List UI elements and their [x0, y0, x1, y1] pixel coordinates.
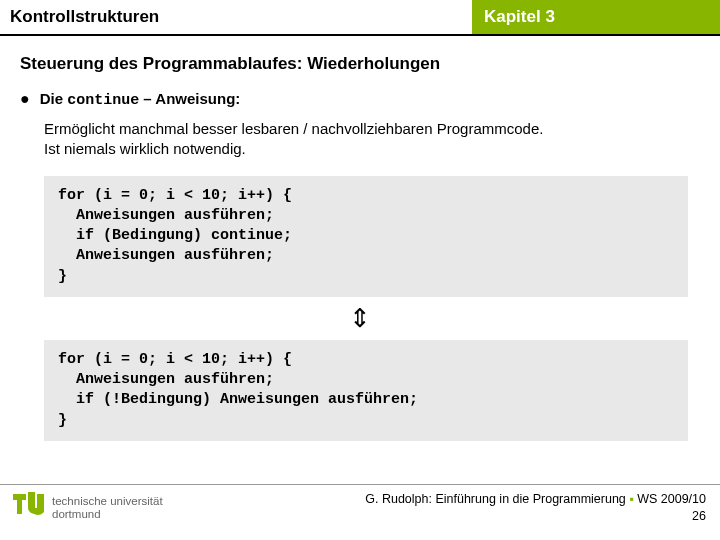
- logo-line-1: technische universität: [52, 495, 163, 508]
- footer-course: G. Rudolph: Einführung in die Programmie…: [365, 492, 626, 506]
- bullet-post: – Anweisung:: [139, 90, 240, 107]
- university-name: technische universität dortmund: [52, 495, 163, 521]
- logo-line-2: dortmund: [52, 508, 163, 521]
- footer-page-number: 26: [692, 509, 706, 523]
- footer-term: WS 2009/10: [637, 492, 706, 506]
- code-block-2: for (i = 0; i < 10; i++) { Anweisungen a…: [44, 340, 688, 441]
- footer-attribution: G. Rudolph: Einführung in die Programmie…: [365, 491, 706, 525]
- slide-header: Kontrollstrukturen Kapitel 3: [0, 0, 720, 34]
- code-block-1: for (i = 0; i < 10; i++) { Anweisungen a…: [44, 176, 688, 297]
- university-logo: technische universität dortmund: [10, 491, 163, 525]
- section-title: Steuerung des Programmablaufes: Wiederho…: [20, 54, 700, 74]
- equivalence-arrow-icon: ⇕: [20, 303, 700, 334]
- header-right-chapter: Kapitel 3: [472, 0, 720, 34]
- tu-logo-icon: [10, 491, 44, 525]
- svg-rect-2: [28, 494, 33, 508]
- slide-footer: technische universität dortmund G. Rudol…: [0, 484, 720, 540]
- svg-rect-3: [37, 494, 42, 508]
- header-left-title: Kontrollstrukturen: [0, 0, 472, 34]
- svg-rect-1: [17, 494, 22, 514]
- bullet-keyword: continue: [67, 92, 139, 109]
- bullet-pre: Die: [40, 90, 68, 107]
- bullet-item: ● Die continue – Anweisung:: [20, 90, 700, 109]
- bullet-dot-icon: ●: [20, 91, 30, 107]
- paragraph: Ermöglicht manchmal besser lesbaren / na…: [44, 119, 700, 160]
- bullet-text: Die continue – Anweisung:: [40, 90, 241, 109]
